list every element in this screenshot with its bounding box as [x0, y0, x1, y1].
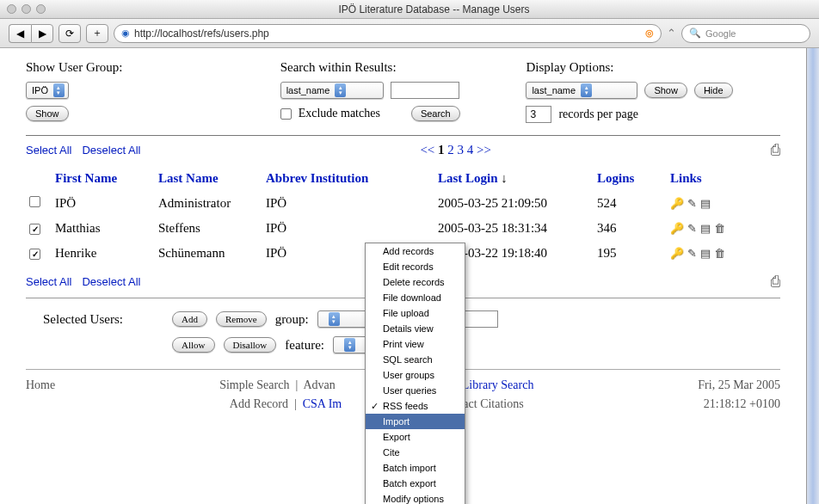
- detail-icon[interactable]: 🔑: [670, 247, 684, 260]
- footer-home[interactable]: Home: [26, 378, 55, 411]
- url-bar[interactable]: ◉ http://localhost/refs/users.php ◎: [114, 24, 662, 43]
- sort-desc-icon: ↓: [501, 171, 508, 185]
- add-button[interactable]: Add: [172, 311, 207, 327]
- forward-button[interactable]: ▶: [31, 24, 53, 43]
- chevron-updown-icon: [329, 312, 340, 326]
- group-select-value: IPÖ: [32, 85, 48, 95]
- print-icon[interactable]: ⎙: [771, 141, 780, 159]
- deselect-all-link-bottom[interactable]: Deselect All: [82, 275, 140, 288]
- close-window-icon[interactable]: [7, 4, 16, 14]
- display-show-button[interactable]: Show: [644, 83, 687, 98]
- detail-icon[interactable]: 🔑: [670, 197, 684, 210]
- select-all-link-bottom[interactable]: Select All: [26, 275, 71, 288]
- url-text: http://localhost/refs/users.php: [134, 28, 269, 40]
- reload-button[interactable]: ⟳: [58, 24, 81, 43]
- col-logins[interactable]: Logins: [597, 171, 634, 185]
- minimize-window-icon[interactable]: [22, 4, 31, 14]
- dropdown-item[interactable]: Edit records: [366, 259, 465, 274]
- display-field-select[interactable]: last_name: [526, 82, 637, 99]
- dropdown-item[interactable]: User queries: [366, 383, 465, 398]
- window-titlebar: IPÖ Literature Database -- Manage Users: [0, 0, 819, 19]
- pager-page-3[interactable]: 3: [458, 143, 465, 157]
- dropdown-item[interactable]: SQL search: [366, 352, 465, 367]
- dropdown-item[interactable]: Delete records: [366, 274, 465, 290]
- cell-logins: 524: [594, 191, 667, 216]
- dropdown-item[interactable]: Batch import: [366, 460, 465, 476]
- cell-last-name: Administrator: [155, 191, 262, 216]
- dropdown-item[interactable]: Details view: [366, 321, 465, 336]
- row-checkbox[interactable]: [29, 249, 40, 260]
- records-per-page-input[interactable]: [526, 106, 551, 123]
- group-show-button[interactable]: Show: [26, 106, 69, 121]
- footer-csa-import[interactable]: CSA Im: [303, 397, 342, 410]
- trash-icon[interactable]: 🗑: [714, 247, 725, 260]
- dropdown-item[interactable]: File download: [366, 290, 465, 305]
- pager-next[interactable]: >>: [477, 143, 491, 157]
- search-label: Search within Results:: [280, 60, 526, 75]
- feature-dropdown[interactable]: Add recordsEdit recordsDelete recordsFil…: [365, 243, 465, 504]
- footer-advanced-left[interactable]: Advan: [303, 378, 335, 391]
- group-select[interactable]: IPÖ: [26, 82, 69, 99]
- dropdown-item[interactable]: Add records: [366, 243, 465, 259]
- col-last-name[interactable]: Last Name: [158, 171, 219, 185]
- page-icon[interactable]: ▤: [700, 197, 711, 210]
- pager: << 1 2 3 4 >>: [140, 143, 771, 157]
- vertical-scrollbar[interactable]: [806, 48, 819, 504]
- col-abbrev[interactable]: Abbrev Institution: [266, 171, 368, 185]
- search-button[interactable]: Search: [411, 106, 460, 121]
- cell-logins: 195: [594, 241, 667, 266]
- detail-icon[interactable]: 🔑: [670, 222, 684, 235]
- dropdown-item[interactable]: RSS feeds: [366, 398, 465, 414]
- footer-simple-search[interactable]: Simple Search: [219, 378, 289, 391]
- dropdown-item[interactable]: User groups: [366, 367, 465, 383]
- page-icon[interactable]: ▤: [700, 222, 711, 235]
- edit-icon[interactable]: ✎: [687, 247, 697, 260]
- deselect-all-link[interactable]: Deselect All: [82, 144, 140, 157]
- allow-button[interactable]: Allow: [172, 337, 215, 353]
- select-all-link[interactable]: Select All: [26, 144, 71, 157]
- pager-page-2[interactable]: 2: [447, 143, 454, 157]
- browser-toolbar: ◀ ▶ ⟳ ＋ ◉ http://localhost/refs/users.ph…: [0, 19, 819, 48]
- display-hide-button[interactable]: Hide: [694, 83, 733, 98]
- footer-add-record[interactable]: Add Record: [230, 397, 288, 410]
- col-first-name[interactable]: First Name: [55, 171, 117, 185]
- page-icon[interactable]: ▤: [700, 247, 711, 260]
- pager-prev[interactable]: <<: [420, 143, 438, 157]
- search-value-input[interactable]: [391, 82, 459, 99]
- group-action-label: group:: [275, 312, 309, 327]
- pager-page-1: 1: [438, 143, 445, 157]
- add-bookmark-button[interactable]: ＋: [86, 24, 108, 43]
- chevron-updown-icon: [53, 83, 65, 97]
- back-button[interactable]: ◀: [9, 24, 31, 43]
- table-row: MatthiasSteffensIPÖ2005-03-25 18:31:3434…: [26, 216, 780, 241]
- remove-button[interactable]: Remove: [216, 311, 267, 327]
- pager-page-4[interactable]: 4: [467, 143, 474, 157]
- dropdown-item[interactable]: Print view: [366, 336, 465, 352]
- exclude-checkbox[interactable]: [280, 108, 292, 120]
- print-icon-bottom[interactable]: ⎙: [771, 273, 780, 291]
- search-field-select[interactable]: last_name: [280, 82, 384, 99]
- window-controls[interactable]: [7, 4, 46, 14]
- zoom-window-icon[interactable]: [36, 4, 46, 14]
- dropdown-item[interactable]: Import: [366, 414, 465, 429]
- footer-time: 21:18:12 +0100: [698, 397, 780, 411]
- edit-icon[interactable]: ✎: [687, 222, 697, 235]
- row-checkbox[interactable]: [29, 224, 40, 235]
- dropdown-item[interactable]: Batch export: [366, 476, 465, 491]
- dropdown-item[interactable]: File upload: [366, 305, 465, 321]
- col-last-login[interactable]: Last Login: [438, 171, 498, 185]
- dropdown-item[interactable]: Modify options: [366, 491, 465, 504]
- feature-label: feature:: [285, 338, 324, 353]
- dropdown-item[interactable]: Cite: [366, 445, 465, 460]
- edit-icon[interactable]: ✎: [687, 197, 697, 210]
- trash-icon[interactable]: 🗑: [714, 222, 725, 235]
- search-placeholder: Google: [705, 28, 736, 39]
- rss-icon[interactable]: ◎: [645, 28, 654, 39]
- display-field-value: last_name: [532, 85, 576, 95]
- cell-first-name: Matthias: [52, 216, 155, 241]
- disallow-button[interactable]: Disallow: [224, 337, 277, 353]
- row-checkbox[interactable]: [29, 196, 40, 207]
- footer-library-search[interactable]: Library Search: [462, 378, 534, 391]
- browser-search[interactable]: 🔍 Google: [681, 24, 810, 43]
- dropdown-item[interactable]: Export: [366, 429, 465, 445]
